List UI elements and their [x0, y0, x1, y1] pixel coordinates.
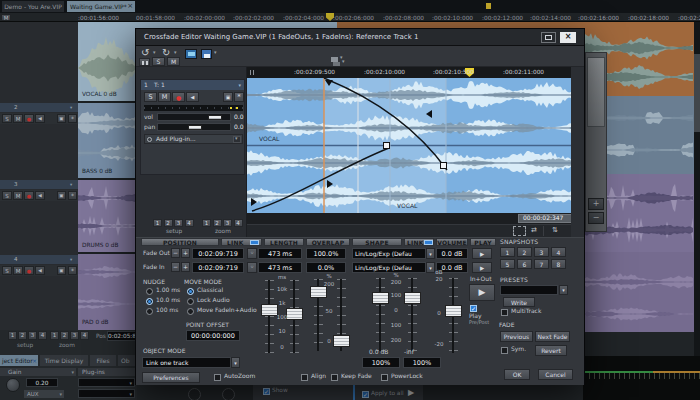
app-scrollbar[interactable]: [694, 22, 700, 356]
plugin-slot-1[interactable]: ▾: [78, 378, 135, 387]
length-out-slider-thumb[interactable]: [261, 304, 278, 316]
shape-out-slider-track[interactable]: [379, 278, 381, 351]
track-region-pad-right[interactable]: [583, 252, 694, 332]
gain-knob[interactable]: [6, 378, 20, 392]
zoom-preset-button[interactable]: 4: [234, 219, 243, 227]
shape-out-slider-thumb[interactable]: [372, 292, 389, 304]
preferences-button[interactable]: Preferences: [142, 372, 200, 383]
fade-in-volume[interactable]: 0.0 dB: [436, 262, 468, 273]
dialog-titlebar[interactable]: Crossfade Editor Waiting Game.VIP (1 Fad…: [136, 29, 584, 46]
length-out-slider-track[interactable]: [268, 280, 270, 353]
undo-icon[interactable]: ↺: [141, 47, 149, 59]
snapshot-button-1[interactable]: 1: [500, 247, 515, 257]
fade-out-target-button[interactable]: ◦: [247, 248, 257, 259]
nudge-option-radio[interactable]: [146, 288, 153, 295]
plugin-slot-2[interactable]: ▾: [78, 389, 135, 398]
track-title-bar[interactable]: 1 T: 1 ▾: [141, 80, 244, 90]
move-mode-option-radio[interactable]: [187, 288, 194, 295]
snapshot-button-6[interactable]: 6: [517, 259, 532, 269]
tab-close-icon[interactable]: ×: [32, 355, 37, 366]
volume-slider-thumb[interactable]: [445, 305, 462, 317]
wave-ruler[interactable]: :00:02:09:500:00:02:10:000:00:02:10:500:…: [247, 67, 571, 78]
zoom-preset-button[interactable]: 1: [202, 219, 211, 227]
grid-icon[interactable]: [333, 62, 340, 66]
plugin-dropdown[interactable]: ▾: [233, 136, 241, 143]
zoom-in-button[interactable]: +: [588, 198, 604, 210]
zoom-preset-button[interactable]: 1: [50, 331, 59, 340]
app-scrollbar-thumb[interactable]: [694, 54, 700, 132]
ok-button[interactable]: OK: [504, 369, 530, 380]
setup-preset-button[interactable]: 1: [153, 219, 162, 227]
overlap-in-slider-thumb[interactable]: [333, 335, 350, 347]
undo-dropdown-icon[interactable]: ▾: [153, 50, 156, 56]
shape-left-pct[interactable]: 100%: [362, 357, 400, 368]
fade-in-overlap[interactable]: 0.0%: [306, 262, 346, 273]
snapshot-button-7[interactable]: 7: [534, 259, 549, 269]
fade-in-minus-button[interactable]: −: [171, 262, 180, 272]
align-checkbox[interactable]: [301, 374, 308, 381]
move-mode-option-radio[interactable]: [187, 308, 194, 315]
move-mode-option-radio[interactable]: [187, 298, 194, 305]
snapshot-button-2[interactable]: 2: [517, 247, 532, 257]
vscroll-thumb[interactable]: [587, 57, 605, 127]
pan-slider-thumb[interactable]: [188, 125, 202, 130]
vol-slider-thumb[interactable]: [208, 115, 222, 120]
snapshot-button-3[interactable]: 3: [534, 247, 549, 257]
multitrack-checkbox[interactable]: [501, 309, 508, 316]
cancel-button[interactable]: Cancel: [538, 369, 573, 380]
previous-fade-button[interactable]: Previous: [500, 331, 533, 342]
fade-in-position[interactable]: 0:02:09:719: [192, 262, 244, 273]
link-toggle[interactable]: [424, 240, 433, 245]
save-icon[interactable]: [201, 49, 212, 59]
sym-checkbox[interactable]: [501, 347, 508, 354]
fade-out-minus-button[interactable]: −: [171, 248, 180, 258]
maximize-button[interactable]: [541, 32, 556, 43]
shape-in-slider-thumb[interactable]: [404, 292, 421, 304]
fade-in-target-button[interactable]: ◦: [247, 262, 257, 273]
fade-in-length[interactable]: 473 ms: [258, 262, 302, 273]
setup-preset-button[interactable]: 3: [174, 219, 183, 227]
track-solo-button[interactable]: S: [144, 92, 157, 102]
add-plugin-row[interactable]: Add Plug-in... ▾: [144, 134, 243, 144]
chevron-down-icon[interactable]: ▾: [342, 59, 345, 65]
monitor-speaker-button[interactable]: ◀: [186, 92, 199, 102]
fade-in-shape-dropdown[interactable]: ▾: [426, 262, 435, 273]
length-in-slider-thumb[interactable]: [286, 308, 303, 320]
next-fade-button[interactable]: Next Fade: [535, 331, 570, 342]
setup-preset-button[interactable]: 2: [164, 219, 173, 227]
gain-value[interactable]: 0.20: [26, 378, 58, 387]
setup-preset-button[interactable]: 3: [28, 331, 37, 340]
fade-in-shape-select[interactable]: Lin/Log/Exp (Defau: [352, 262, 426, 273]
zoom-preset-button[interactable]: 3: [223, 219, 232, 227]
zoom-out-button[interactable]: −: [588, 212, 604, 224]
snapshot-button-5[interactable]: 5: [500, 259, 515, 269]
point-offset-value[interactable]: 00:00:00:000: [186, 330, 240, 341]
play-in-out-button[interactable]: ▶: [469, 284, 495, 301]
chevron-down-icon[interactable]: ▾: [71, 368, 74, 376]
lock-button[interactable]: ▣: [223, 92, 233, 102]
snapshot-button-4[interactable]: 4: [551, 247, 566, 257]
nudge-option-radio[interactable]: [146, 298, 153, 305]
shape-right-pct[interactable]: 100%: [403, 357, 441, 368]
link-toggle[interactable]: [250, 240, 259, 245]
zoom-preset-button[interactable]: 2: [213, 219, 222, 227]
snapshot-image-icon[interactable]: [185, 49, 197, 59]
presets-select[interactable]: [500, 285, 558, 295]
fade-in-plus-button[interactable]: +: [181, 262, 190, 272]
record-button[interactable]: ●: [172, 92, 185, 102]
fade-out-shape-select[interactable]: Lin/Log/Exp (Defau: [352, 248, 426, 259]
setup-preset-button[interactable]: 1: [8, 331, 17, 340]
fx-button[interactable]: *: [234, 92, 244, 102]
fade-out-shape-dropdown[interactable]: ▾: [426, 248, 435, 259]
nudge-option-radio[interactable]: [146, 308, 153, 315]
keep-fade-checkbox[interactable]: [331, 374, 338, 381]
object-mode-dropdown[interactable]: ▾: [231, 357, 240, 368]
vertical-zoom-icon[interactable]: ⇅: [552, 226, 558, 234]
setup-preset-button[interactable]: 4: [38, 331, 47, 340]
tab-object-editor[interactable]: ject Editor ×: [0, 355, 38, 366]
fade-out-length[interactable]: 473 ms: [258, 248, 302, 259]
fade-out-play-button[interactable]: ▶: [472, 248, 492, 259]
play-icon[interactable]: ▶: [408, 388, 414, 397]
presets-dropdown[interactable]: ▾: [559, 285, 568, 295]
mute-button[interactable]: M: [167, 57, 180, 66]
